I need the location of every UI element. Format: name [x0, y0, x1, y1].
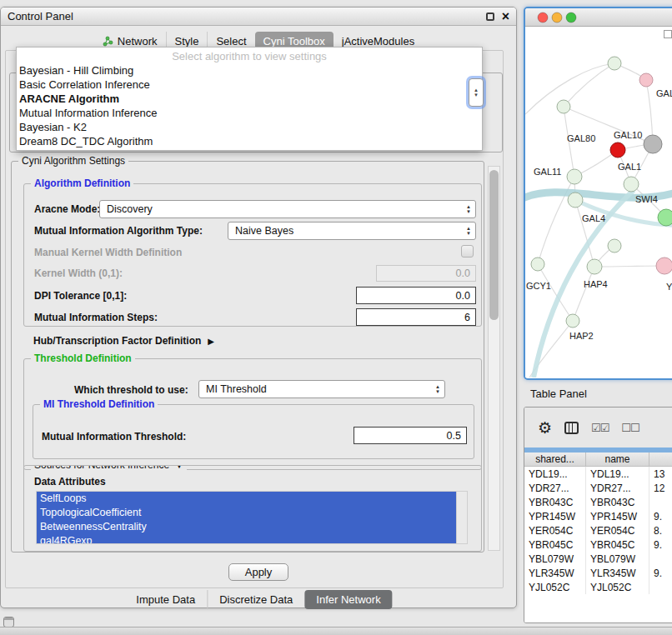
table-cell[interactable]: 9.: [649, 509, 672, 523]
dropdown-item[interactable]: Basic Correlation Inference: [17, 78, 482, 92]
tab-infer-network[interactable]: Infer Network: [304, 590, 392, 609]
birdseye-toggle[interactable]: [664, 30, 672, 38]
tab-discretize-data[interactable]: Discretize Data: [207, 590, 304, 609]
table-cell[interactable]: 9.: [649, 566, 672, 580]
sources-title-text: Sources for Network Inference: [34, 465, 169, 471]
manual-kernel-checkbox[interactable]: [461, 245, 474, 258]
algorithm-combo-button-fragment[interactable]: ▲ ▼: [469, 78, 484, 107]
column-header[interactable]: shared...: [524, 452, 586, 467]
node-label: HAP4: [584, 279, 608, 289]
table-cell[interactable]: YPR145W: [586, 509, 649, 523]
node-gal80[interactable]: [557, 100, 570, 113]
table-cell[interactable]: [649, 495, 672, 509]
node-gal11[interactable]: [567, 169, 582, 184]
select-all-icon[interactable]: ☑☑: [591, 422, 609, 434]
node-gal4[interactable]: [568, 192, 583, 208]
node[interactable]: [639, 73, 653, 87]
aracne-mode-label: Aracne Mode:: [34, 203, 100, 215]
table-cell[interactable]: YDR27...: [524, 481, 586, 495]
node-gray[interactable]: [644, 135, 662, 153]
data-attributes-list: SelfLoops TopologicalCoefficient Between…: [36, 491, 468, 544]
mac-close-button[interactable]: [538, 12, 548, 22]
gear-icon[interactable]: ⚙: [538, 420, 552, 436]
mi-threshold-field[interactable]: 0.5: [354, 427, 467, 444]
table-cell[interactable]: YLR345W: [524, 566, 586, 580]
float-window-icon[interactable]: [486, 12, 494, 21]
apply-button[interactable]: Apply: [228, 563, 288, 581]
tab-impute-data[interactable]: Impute Data: [124, 590, 207, 609]
settings-scrollbar-thumb[interactable]: [489, 170, 499, 320]
node-green[interactable]: [658, 209, 672, 226]
table-cell[interactable]: YBR043C: [524, 495, 586, 509]
network-graph: GAL GAL80 GAL10 GAL11 GAL1 SWI4 GAL4 GCY…: [525, 27, 672, 378]
node-pink[interactable]: [656, 258, 672, 274]
table-cell[interactable]: YLR345W: [586, 566, 649, 580]
table-cell[interactable]: YDL19...: [524, 467, 586, 481]
traffic-lights: [537, 12, 579, 23]
kernel-width-label: Kernel Width (0,1):: [34, 268, 123, 279]
table-cell[interactable]: YDR27...: [586, 481, 649, 495]
list-item[interactable]: BetweennessCentrality: [37, 520, 458, 534]
table-panel-label: Table Panel: [530, 388, 587, 400]
table-cell[interactable]: YJL052C: [586, 580, 649, 594]
tab-label: Network: [118, 35, 158, 48]
hub-definition-section[interactable]: Hub/Transcription Factor Definition ▶: [33, 335, 214, 347]
mi-steps-label: Mutual Information Steps:: [34, 312, 158, 323]
dropdown-item-selected[interactable]: ARACNE Algorithm: [17, 92, 482, 106]
node-hap4[interactable]: [587, 259, 602, 274]
deselect-all-icon[interactable]: ☐☐: [621, 422, 639, 434]
dropdown-item[interactable]: Mutual Information Inference: [17, 106, 482, 120]
close-icon[interactable]: ×: [502, 12, 509, 21]
list-item[interactable]: SelfLoops: [37, 492, 458, 506]
column-header[interactable]: [649, 452, 672, 467]
node-hap2[interactable]: [566, 314, 579, 328]
list-item[interactable]: gal4RGexp: [37, 534, 458, 544]
node-gal1[interactable]: [624, 177, 639, 192]
table-cell[interactable]: 13: [649, 467, 672, 481]
node-red-gal10[interactable]: [610, 142, 625, 158]
dpi-tolerance-field[interactable]: 0.0: [356, 287, 476, 304]
node[interactable]: [608, 239, 621, 252]
mi-steps-field[interactable]: 6: [356, 308, 476, 326]
dropdown-item[interactable]: Bayesian - K2: [17, 120, 482, 134]
table-cell[interactable]: [649, 552, 672, 566]
table-cell[interactable]: YDL19...: [586, 467, 649, 481]
table-cell[interactable]: YBR045C: [524, 538, 586, 552]
table-cell[interactable]: YER054C: [586, 523, 649, 538]
sources-group-title[interactable]: Sources for Network Inference ▼: [31, 465, 187, 471]
table-cell[interactable]: YBL079W: [586, 552, 649, 566]
cyni-algorithm-settings-group: Cyni Algorithm Settings Algorithm Defini…: [11, 161, 484, 552]
column-header[interactable]: name: [586, 452, 649, 467]
columns-icon[interactable]: [564, 422, 579, 434]
combo-down-arrow-icon: ▼: [474, 92, 479, 98]
mac-minimize-button[interactable]: [552, 12, 562, 22]
node-gcy1[interactable]: [531, 258, 544, 271]
table-cell[interactable]: YBL079W: [524, 552, 586, 566]
mi-threshold-label: Mutual Information Threshold:: [42, 431, 186, 442]
which-threshold-combo[interactable]: MI Threshold ▲▼: [198, 380, 445, 398]
node[interactable]: [608, 57, 621, 70]
node-label: GAL1: [618, 162, 641, 172]
table-grid: shared... name YDL19... YDL19... 13 YDR2…: [524, 452, 672, 594]
network-canvas[interactable]: GAL GAL80 GAL10 GAL11 GAL1 SWI4 GAL4 GCY…: [525, 27, 672, 378]
aracne-mode-combo[interactable]: Discovery ▲▼: [99, 200, 476, 218]
table-cell[interactable]: YER054C: [524, 523, 586, 538]
table-cell[interactable]: YBR045C: [586, 538, 649, 552]
table-cell[interactable]: YBR043C: [586, 495, 649, 509]
mac-zoom-button[interactable]: [566, 12, 576, 22]
table-cell[interactable]: 12: [649, 481, 672, 495]
dropdown-item[interactable]: Bayesian - Hill Climbing: [17, 63, 482, 78]
table-cell[interactable]: YPR145W: [524, 509, 586, 523]
table-cell[interactable]: 8.: [649, 523, 672, 538]
kernel-width-field[interactable]: 0.0: [376, 265, 476, 282]
node-label: HAP2: [569, 331, 594, 341]
list-item[interactable]: TopologicalCoefficient: [37, 506, 458, 520]
list-scrollbar[interactable]: [456, 492, 467, 543]
mi-type-combo[interactable]: Naive Bayes ▲▼: [228, 222, 476, 240]
group-title: Algorithm Definition: [31, 178, 133, 189]
table-cell[interactable]: YJL052C: [524, 580, 586, 594]
table-cell[interactable]: 9.: [649, 538, 672, 552]
table-cell[interactable]: [649, 580, 672, 594]
dropdown-item[interactable]: Dream8 DC_TDC Algorithm: [17, 134, 482, 148]
settings-scrollbar-track[interactable]: [488, 166, 500, 551]
